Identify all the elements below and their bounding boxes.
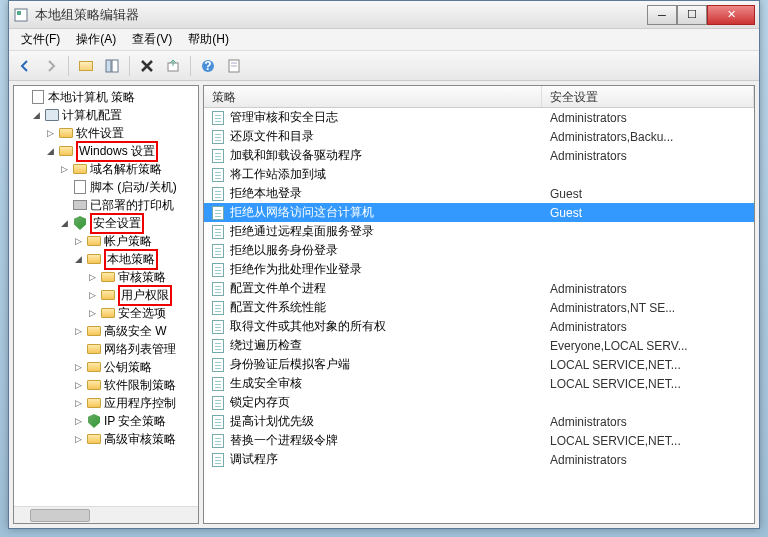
policy-row[interactable]: 绕过遍历检查Everyone,LOCAL SERV...: [204, 336, 754, 355]
tree-computer-config[interactable]: ◢计算机配置: [14, 106, 198, 124]
tree-advanced-audit[interactable]: ▷高级审核策略: [14, 430, 198, 448]
chevron-right-icon[interactable]: ▷: [72, 361, 84, 373]
tree-root[interactable]: 本地计算机 策略: [14, 88, 198, 106]
chevron-right-icon[interactable]: ▷: [86, 289, 98, 301]
chevron-right-icon[interactable]: ▷: [72, 235, 84, 247]
tree-deployed-printers[interactable]: 已部署的打印机: [14, 196, 198, 214]
chevron-right-icon[interactable]: ▷: [72, 415, 84, 427]
policy-name-label: 拒绝从网络访问这台计算机: [230, 204, 374, 221]
tree-windows-settings[interactable]: ◢Windows 设置: [14, 142, 198, 160]
back-button[interactable]: [13, 54, 37, 78]
policy-row[interactable]: 提高计划优先级Administrators: [204, 412, 754, 431]
tree-security-options[interactable]: ▷安全选项: [14, 304, 198, 322]
policy-name-label: 替换一个进程级令牌: [230, 432, 338, 449]
minimize-button[interactable]: ─: [647, 5, 677, 25]
tree-panel[interactable]: 本地计算机 策略 ◢计算机配置 ▷软件设置 ◢Windows 设置 ▷域名解析策…: [13, 85, 199, 524]
policy-icon: [212, 415, 226, 429]
show-hide-tree-button[interactable]: [100, 54, 124, 78]
export-button[interactable]: [161, 54, 185, 78]
tree-user-rights[interactable]: ▷用户权限: [14, 286, 198, 304]
chevron-right-icon[interactable]: ▷: [58, 163, 70, 175]
policy-name-cell: 拒绝本地登录: [204, 185, 542, 202]
policy-icon: [212, 377, 226, 391]
delete-button[interactable]: [135, 54, 159, 78]
help-button[interactable]: ?: [196, 54, 220, 78]
policy-name-cell: 取得文件或其他对象的所有权: [204, 318, 542, 335]
policy-icon: [30, 89, 46, 105]
policy-row[interactable]: 配置文件单个进程Administrators: [204, 279, 754, 298]
policy-icon: [212, 130, 226, 144]
menu-help[interactable]: 帮助(H): [180, 29, 237, 50]
chevron-right-icon[interactable]: ▷: [72, 379, 84, 391]
tree-public-key[interactable]: ▷公钥策略: [14, 358, 198, 376]
tree-network-list[interactable]: 网络列表管理: [14, 340, 198, 358]
menu-view[interactable]: 查看(V): [124, 29, 180, 50]
policy-icon: [212, 396, 226, 410]
chevron-right-icon[interactable]: ▷: [86, 307, 98, 319]
policy-row[interactable]: 锁定内存页: [204, 393, 754, 412]
folder-icon: [86, 431, 102, 447]
policy-row[interactable]: 取得文件或其他对象的所有权Administrators: [204, 317, 754, 336]
column-header-setting[interactable]: 安全设置: [542, 86, 754, 107]
tree-security-settings[interactable]: ◢安全设置: [14, 214, 198, 232]
tree-app-control[interactable]: ▷应用程序控制: [14, 394, 198, 412]
policy-row[interactable]: 管理审核和安全日志Administrators: [204, 108, 754, 127]
chevron-down-icon[interactable]: ◢: [58, 217, 70, 229]
tree-software-restriction[interactable]: ▷软件限制策略: [14, 376, 198, 394]
svg-rect-1: [17, 11, 21, 15]
policy-name-label: 拒绝作为批处理作业登录: [230, 261, 362, 278]
forward-button[interactable]: [39, 54, 63, 78]
tree-local-policies[interactable]: ◢本地策略: [14, 250, 198, 268]
policy-name-cell: 身份验证后模拟客户端: [204, 356, 542, 373]
menu-file[interactable]: 文件(F): [13, 29, 68, 50]
toolbar-separator: [190, 56, 191, 76]
column-header-policy[interactable]: 策略: [204, 86, 542, 107]
chevron-right-icon[interactable]: ▷: [86, 271, 98, 283]
policy-row[interactable]: 生成安全审核LOCAL SERVICE,NET...: [204, 374, 754, 393]
policy-list[interactable]: 管理审核和安全日志Administrators还原文件和目录Administra…: [204, 108, 754, 523]
menu-action[interactable]: 操作(A): [68, 29, 124, 50]
policy-row[interactable]: 将工作站添加到域: [204, 165, 754, 184]
list-panel: 策略 安全设置 管理审核和安全日志Administrators还原文件和目录Ad…: [203, 85, 755, 524]
tree-ip-security[interactable]: ▷IP 安全策略: [14, 412, 198, 430]
policy-row[interactable]: 还原文件和目录Administrators,Backu...: [204, 127, 754, 146]
policy-name-cell: 管理审核和安全日志: [204, 109, 542, 126]
chevron-down-icon[interactable]: ◢: [44, 145, 56, 157]
policy-name-cell: 配置文件系统性能: [204, 299, 542, 316]
maximize-button[interactable]: ☐: [677, 5, 707, 25]
chevron-down-icon[interactable]: [16, 91, 28, 103]
policy-row[interactable]: 身份验证后模拟客户端LOCAL SERVICE,NET...: [204, 355, 754, 374]
chevron-right-icon[interactable]: ▷: [44, 127, 56, 139]
chevron-right-icon[interactable]: ▷: [72, 433, 84, 445]
policy-row[interactable]: 拒绝从网络访问这台计算机Guest: [204, 203, 754, 222]
policy-row[interactable]: 拒绝作为批处理作业登录: [204, 260, 754, 279]
tree-scrollbar-horizontal[interactable]: [14, 506, 198, 523]
tree-audit-policy[interactable]: ▷审核策略: [14, 268, 198, 286]
policy-row[interactable]: 加载和卸载设备驱动程序Administrators: [204, 146, 754, 165]
titlebar[interactable]: 本地组策略编辑器 ─ ☐ ✕: [9, 1, 759, 29]
tree-dns-policy[interactable]: ▷域名解析策略: [14, 160, 198, 178]
policy-row[interactable]: 拒绝通过远程桌面服务登录: [204, 222, 754, 241]
tree-software-settings[interactable]: ▷软件设置: [14, 124, 198, 142]
policy-row[interactable]: 拒绝以服务身份登录: [204, 241, 754, 260]
chevron-right-icon[interactable]: ▷: [72, 325, 84, 337]
properties-button[interactable]: [222, 54, 246, 78]
close-button[interactable]: ✕: [707, 5, 755, 25]
up-button[interactable]: [74, 54, 98, 78]
policy-row[interactable]: 替换一个进程级令牌LOCAL SERVICE,NET...: [204, 431, 754, 450]
tree-advanced-windows[interactable]: ▷高级安全 W: [14, 322, 198, 340]
chevron-down-icon[interactable]: ◢: [30, 109, 42, 121]
scroll-thumb[interactable]: [30, 509, 90, 522]
policy-row[interactable]: 配置文件系统性能Administrators,NT SE...: [204, 298, 754, 317]
policy-setting-cell: Administrators,NT SE...: [542, 301, 754, 315]
policy-row[interactable]: 调试程序Administrators: [204, 450, 754, 469]
policy-row[interactable]: 拒绝本地登录Guest: [204, 184, 754, 203]
svg-rect-2: [106, 60, 111, 72]
chevron-down-icon[interactable]: ◢: [72, 253, 84, 265]
chevron-right-icon[interactable]: ▷: [72, 397, 84, 409]
tree-account-policies[interactable]: ▷帐户策略: [14, 232, 198, 250]
policy-icon: [212, 263, 226, 277]
script-icon: [72, 179, 88, 195]
tree-scripts[interactable]: 脚本 (启动/关机): [14, 178, 198, 196]
policy-icon: [212, 453, 226, 467]
